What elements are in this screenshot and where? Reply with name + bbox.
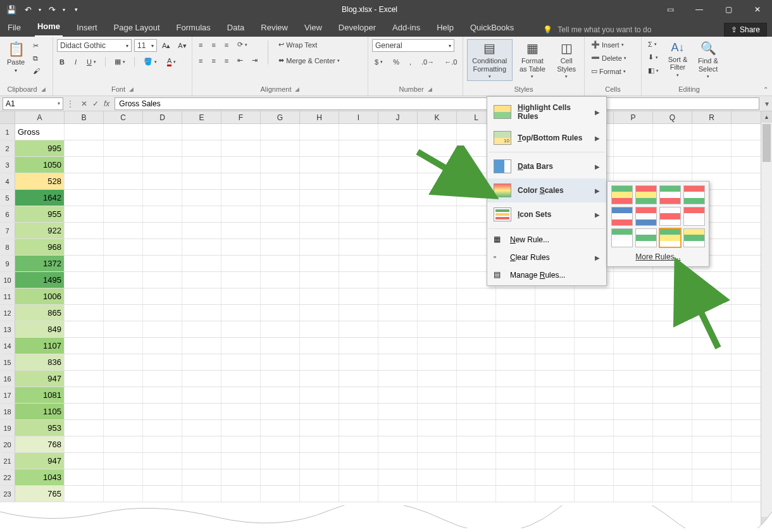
cell[interactable] (418, 486, 457, 502)
menu-highlight-cells-rules[interactable]: Highlight Cells Rules ▶ (487, 98, 606, 126)
fill-button[interactable]: ⬇ ▾ (645, 52, 661, 63)
cell[interactable] (221, 206, 261, 222)
cell[interactable] (692, 436, 732, 452)
cell[interactable] (378, 338, 418, 354)
cell[interactable]: 1372 (15, 256, 65, 271)
cell[interactable] (378, 239, 418, 255)
cell[interactable] (496, 321, 535, 337)
column-header[interactable]: G (261, 111, 300, 123)
cell[interactable] (221, 190, 261, 206)
cell[interactable] (575, 305, 614, 321)
row-header[interactable]: 13 (0, 321, 15, 337)
column-header[interactable]: A (15, 111, 65, 123)
cell[interactable] (65, 206, 104, 222)
cell[interactable] (378, 157, 418, 173)
cell[interactable] (614, 354, 653, 370)
row-header[interactable]: 4 (0, 173, 15, 189)
cell[interactable] (339, 239, 378, 255)
decrease-decimal-button[interactable]: ←.0 (442, 57, 459, 67)
cell[interactable] (221, 124, 261, 140)
ribbon-display-options-icon[interactable]: ▭ (656, 0, 685, 19)
cell[interactable] (614, 157, 653, 173)
cell[interactable] (418, 124, 457, 140)
cell[interactable] (143, 173, 182, 189)
cell[interactable] (653, 469, 692, 485)
tab-review[interactable]: Review (258, 19, 290, 37)
cell[interactable] (457, 387, 496, 403)
merge-center-button[interactable]: ⬌ Merge & Center ▾ (276, 55, 342, 66)
row-header[interactable]: 7 (0, 223, 15, 238)
cell[interactable] (535, 404, 575, 419)
cell[interactable] (653, 387, 692, 403)
cell[interactable] (339, 436, 378, 452)
borders-button[interactable]: ▦▾ (112, 56, 128, 67)
tab-home[interactable]: Home (35, 18, 63, 37)
cell[interactable] (104, 321, 143, 337)
cell[interactable] (182, 453, 221, 469)
tab-view[interactable]: View (302, 19, 325, 37)
cell[interactable] (418, 223, 457, 238)
cell[interactable] (339, 338, 378, 354)
number-dialog-launcher[interactable]: ◢ (428, 86, 432, 92)
column-header[interactable]: F (221, 111, 261, 123)
cell[interactable] (339, 387, 378, 403)
cell[interactable] (300, 404, 339, 419)
cell[interactable] (261, 239, 300, 255)
row-header[interactable]: 23 (0, 486, 15, 502)
cell[interactable] (104, 371, 143, 387)
cell[interactable] (300, 288, 339, 304)
color-scale-swatch[interactable] (611, 228, 633, 247)
cell[interactable] (339, 256, 378, 271)
cell[interactable] (300, 140, 339, 156)
insert-cells-button[interactable]: ➕Insert ▾ (588, 39, 626, 50)
minimize-button[interactable]: — (685, 0, 714, 19)
increase-decimal-button[interactable]: .0→ (419, 57, 437, 67)
cell[interactable] (418, 272, 457, 288)
cell[interactable] (378, 486, 418, 502)
cell[interactable] (65, 239, 104, 255)
comma-format-button[interactable]: , (407, 57, 414, 67)
cell[interactable]: 922 (15, 223, 65, 238)
cell[interactable] (692, 305, 732, 321)
cell-styles-button[interactable]: ◫ Cell Styles▾ (552, 39, 580, 81)
cell[interactable] (182, 173, 221, 189)
cell[interactable] (104, 239, 143, 255)
cell[interactable] (182, 436, 221, 452)
cell[interactable] (182, 404, 221, 419)
cell[interactable] (378, 404, 418, 419)
cell[interactable] (182, 223, 221, 238)
cell[interactable] (378, 387, 418, 403)
cell[interactable] (300, 420, 339, 436)
cell[interactable] (457, 371, 496, 387)
cell[interactable] (182, 190, 221, 206)
increase-indent-button[interactable]: ⇥ (249, 55, 260, 66)
cell[interactable] (653, 371, 692, 387)
tab-quickbooks[interactable]: QuickBooks (468, 19, 516, 37)
fx-button[interactable]: fx (104, 99, 109, 108)
cell[interactable] (65, 469, 104, 485)
cell[interactable] (143, 354, 182, 370)
cell[interactable] (496, 371, 535, 387)
cell[interactable] (378, 288, 418, 304)
cell[interactable] (692, 288, 732, 304)
cell[interactable] (653, 486, 692, 502)
cell[interactable] (535, 288, 575, 304)
tab-page-layout[interactable]: Page Layout (111, 19, 163, 37)
cell[interactable] (496, 387, 535, 403)
cell[interactable] (221, 140, 261, 156)
cell[interactable] (535, 469, 575, 485)
cell[interactable] (104, 124, 143, 140)
cell[interactable] (300, 469, 339, 485)
column-header[interactable]: K (418, 111, 457, 123)
cell[interactable] (418, 404, 457, 419)
row-header[interactable]: 22 (0, 469, 15, 485)
cell[interactable] (457, 469, 496, 485)
cell[interactable] (65, 354, 104, 370)
cell[interactable] (143, 469, 182, 485)
menu-icon-sets[interactable]: Icon Sets ▶ (487, 202, 606, 226)
color-scale-swatch[interactable] (683, 228, 705, 247)
accounting-format-button[interactable]: $▾ (372, 57, 385, 67)
cell[interactable] (65, 486, 104, 502)
cell[interactable] (653, 436, 692, 452)
cell[interactable] (65, 321, 104, 337)
